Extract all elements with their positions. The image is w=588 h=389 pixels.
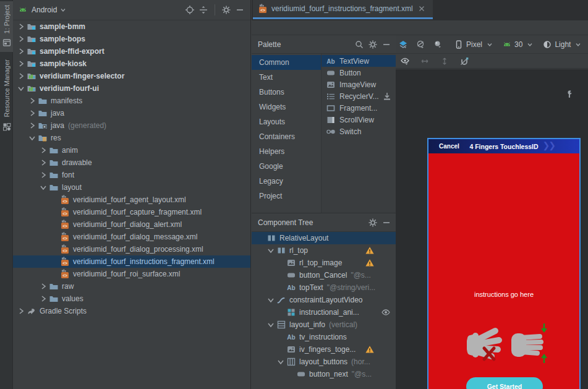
chevron-right-icon[interactable] <box>15 46 26 56</box>
component-tree-row[interactable]: Abtv_instructions <box>252 331 396 343</box>
project-tree-row[interactable]: raw <box>13 280 250 293</box>
palette-item[interactable]: ScrollView <box>322 114 396 126</box>
device-selector[interactable]: Pixel <box>454 40 495 49</box>
horizontal-resize-icon[interactable] <box>418 54 432 68</box>
chevron-right-icon[interactable] <box>15 34 26 44</box>
project-tree-row[interactable]: sample-kiosk <box>13 58 250 70</box>
chevron-right-icon[interactable] <box>15 71 26 81</box>
project-tree-row[interactable]: sample-bops <box>13 33 250 45</box>
chevron-right-icon[interactable] <box>27 108 37 118</box>
palette-item[interactable]: Switch <box>322 126 396 137</box>
ui-mode-icon[interactable] <box>433 38 443 51</box>
settings-icon[interactable] <box>366 216 380 229</box>
project-tree-row[interactable]: java <box>13 107 250 119</box>
chevron-down-icon[interactable] <box>27 133 37 143</box>
chevron-right-icon[interactable] <box>38 294 48 304</box>
chevron-right-icon[interactable] <box>38 158 48 168</box>
design-surface-icon[interactable] <box>398 38 408 51</box>
project-tree-row[interactable]: layout <box>13 181 250 194</box>
project-tree-row[interactable]: <>veridiumid_fourf_dialog_message.xml <box>13 231 250 243</box>
component-tree-row[interactable]: instructional_ani... <box>252 306 396 318</box>
component-tree-row[interactable]: button_Cancel"@s... <box>252 269 396 281</box>
project-tree-row[interactable]: <>veridiumid_fourf_dialog_processing.xml <box>13 243 250 255</box>
palette-category-buttons[interactable]: Buttons <box>252 85 321 100</box>
project-tree-row[interactable]: drawable <box>13 156 250 169</box>
project-tree-row[interactable]: anim <box>13 144 250 156</box>
palette-category-helpers[interactable]: Helpers <box>252 144 321 159</box>
component-tree-row[interactable]: layout_info(vertical) <box>252 318 396 331</box>
editor-tab[interactable]: <> veridiumid_fourf_instructions_fragmen… <box>253 0 433 19</box>
chevron-right-icon[interactable] <box>38 145 48 155</box>
view-options-icon[interactable] <box>398 54 412 68</box>
component-tree-row[interactable]: rl_top <box>252 244 396 257</box>
chevron-down-icon[interactable] <box>15 83 26 93</box>
dropdown-chevron-icon[interactable] <box>58 5 68 15</box>
project-tree-row[interactable]: <>veridiumid_fourf_capture_fragment.xml <box>13 206 250 218</box>
palette-item[interactable]: RecyclerV... <box>322 90 396 102</box>
project-tree-row[interactable]: veridium-finger-selector <box>13 70 250 82</box>
project-tree-row[interactable]: java(generated) <box>13 119 250 132</box>
autoconnect-off-icon[interactable] <box>458 54 471 68</box>
vertical-resize-icon[interactable] <box>438 54 451 68</box>
palette-item[interactable]: AbTextView <box>322 55 396 67</box>
project-tree-row[interactable]: veridium-fourf-ui <box>13 82 250 95</box>
palette-item[interactable]: ImageView <box>322 79 396 90</box>
project-tree-row[interactable]: Gradle Scripts <box>13 305 250 317</box>
component-tree-row[interactable]: AbtopText"@string/veri... <box>252 281 396 294</box>
chevron-right-icon[interactable] <box>15 59 26 69</box>
project-tree-row[interactable]: <>veridiumid_fourf_roi_surface.xml <box>13 268 250 280</box>
project-tree-row[interactable]: sample-bmm <box>13 20 250 33</box>
palette-category-legacy[interactable]: Legacy <box>252 174 321 189</box>
chevron-right-icon[interactable] <box>15 22 26 32</box>
palette-category-containers[interactable]: Containers <box>252 129 321 144</box>
chevron-down-icon[interactable] <box>265 295 276 305</box>
project-tree-row[interactable]: res <box>13 132 250 144</box>
minimize-icon[interactable] <box>380 216 393 229</box>
api-selector[interactable]: 30 <box>502 40 535 49</box>
chevron-down-icon[interactable] <box>265 246 276 255</box>
component-tree-row[interactable]: constraintLayoutVideo <box>252 294 396 306</box>
layout-preview[interactable]: Cancel 4 Fingers TouchlessID ❯❯ instruct… <box>427 138 581 389</box>
download-icon[interactable] <box>382 92 392 101</box>
chevron-right-icon[interactable] <box>38 170 48 180</box>
project-tree-row[interactable]: <>veridiumid_fourf_dialog_alert.xml <box>13 218 250 231</box>
chevron-down-icon[interactable] <box>265 320 276 330</box>
component-tree-row[interactable]: iv_fingers_toge... <box>252 343 396 356</box>
project-view-selector[interactable]: Android <box>32 6 57 14</box>
component-tree-row[interactable]: layout_buttons(hor... <box>252 356 396 368</box>
chevron-right-icon[interactable] <box>38 281 48 291</box>
wrench-icon[interactable] <box>565 89 574 99</box>
settings-icon[interactable] <box>219 3 233 17</box>
palette-category-common[interactable]: Common <box>252 55 321 70</box>
component-tree-row[interactable]: button_next"@s... <box>252 368 396 380</box>
project-tree-row[interactable]: manifests <box>13 95 250 107</box>
get-started-button[interactable]: Get Started <box>466 377 543 389</box>
sidebar-tab-resource-manager[interactable]: Resource Manager <box>0 56 13 141</box>
project-tree-row[interactable]: <>veridiumid_fourf_agent_layout.xml <box>13 194 250 206</box>
project-tree-row[interactable]: font <box>13 169 250 181</box>
locate-icon[interactable] <box>183 3 197 17</box>
palette-category-google[interactable]: Google <box>252 159 321 174</box>
orientation-icon[interactable] <box>415 38 425 51</box>
chevron-down-icon[interactable] <box>38 182 48 192</box>
minimize-icon[interactable] <box>380 38 393 51</box>
search-icon[interactable] <box>352 38 366 51</box>
palette-category-layouts[interactable]: Layouts <box>252 114 321 129</box>
settings-icon[interactable] <box>366 38 380 51</box>
palette-item[interactable]: Fragment... <box>322 102 396 114</box>
palette-item[interactable]: Button <box>322 67 396 79</box>
chevron-down-icon[interactable] <box>275 357 286 367</box>
project-tree-row[interactable]: values <box>13 293 250 305</box>
chevron-right-icon[interactable] <box>27 121 37 130</box>
component-tree-row[interactable]: rl_top_image <box>252 257 396 269</box>
palette-category-widgets[interactable]: Widgets <box>252 100 321 114</box>
design-surface[interactable]: Cancel 4 Fingers TouchlessID ❯❯ instruct… <box>396 69 588 389</box>
hide-panel-icon[interactable] <box>233 3 247 17</box>
chevron-right-icon[interactable] <box>27 96 37 106</box>
theme-selector[interactable]: Light <box>542 40 583 49</box>
eye-icon[interactable] <box>381 307 391 317</box>
project-tree-row[interactable]: <>veridiumid_fourf_instructions_fragment… <box>13 255 250 268</box>
chevron-right-icon[interactable] <box>15 306 26 316</box>
sidebar-tab-project[interactable]: 1: Project <box>0 1 13 52</box>
palette-category-text[interactable]: Text <box>252 70 321 85</box>
